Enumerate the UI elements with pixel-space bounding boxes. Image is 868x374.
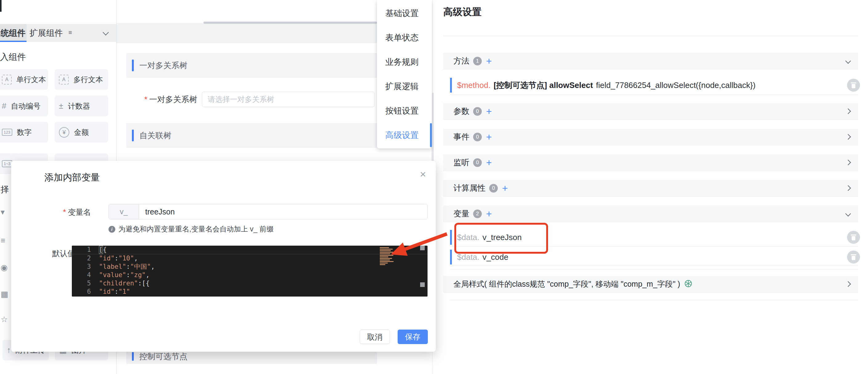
section-bar-watchers[interactable]: 监听 0 + xyxy=(443,154,858,171)
palette-item-counter[interactable]: ± 计数器 xyxy=(55,96,108,116)
info-icon: i xyxy=(108,226,115,233)
add-variable-button[interactable]: + xyxy=(486,209,492,218)
variable-row-vcode[interactable]: $data. v_code xyxy=(450,249,858,266)
panel-title: 高级设置 xyxy=(443,5,482,19)
field-label: *一对多关系树 xyxy=(132,94,197,105)
variable-hint: i 为避免和内置变量重名,变量名会自动加上 v_ 前缀 xyxy=(108,224,273,234)
editor-scroll-handle-bottom[interactable] xyxy=(420,282,425,287)
section-bar-events[interactable]: 事件 0 + xyxy=(443,129,858,145)
tab-system-components[interactable]: 统组件 xyxy=(1,24,26,42)
palette-item-label: 金额 xyxy=(74,127,89,137)
code-lines: 1[{2"id":"10",3"label":"中国",4"value":"zg… xyxy=(72,246,428,296)
toggle-icon: ◉ xyxy=(1,263,8,272)
range-icon: 1~3 xyxy=(2,160,12,167)
hint-text: 为避免和内置变量重名,变量名会自动加上 v_ 前缀 xyxy=(118,224,273,234)
method-row[interactable]: $method. [控制可选节点] allowSelect field_7786… xyxy=(450,76,858,95)
menu-item-button-settings[interactable]: 按钮设置 xyxy=(377,99,432,123)
menu-item-advanced-settings[interactable]: 高级设置 xyxy=(377,123,432,147)
row-accent-bar xyxy=(450,230,452,245)
count-badge: 0 xyxy=(473,158,482,167)
chevron-right-icon[interactable] xyxy=(845,160,851,165)
variable-name-label-text: 变量名 xyxy=(68,208,91,216)
delete-variable-button[interactable] xyxy=(847,231,860,244)
palette-item-number[interactable]: 123 数字 xyxy=(0,122,48,143)
form-designer-app: 统组件 扩展组件 ≡ 输入组件 A 单行文本 A 多行文本 # 自动编号 ± 计… xyxy=(0,0,868,374)
chevron-right-icon[interactable] xyxy=(845,108,851,114)
chevron-down-icon[interactable] xyxy=(103,29,109,35)
horizontal-scrollbar[interactable] xyxy=(204,22,377,24)
chevron-right-icon[interactable] xyxy=(845,134,851,140)
hash-icon: # xyxy=(2,101,6,111)
palette-item-label: 多行文本 xyxy=(73,75,103,85)
section-bar-variables[interactable]: 变量 2 + xyxy=(443,205,858,222)
select-item-label-fragment: 择 xyxy=(1,184,9,195)
json-code-editor[interactable]: 1[{2"id":"10",3"label":"中国",4"value":"zg… xyxy=(72,246,428,296)
count-badge: 0 xyxy=(473,133,482,141)
palette-item-label: 数字 xyxy=(17,127,32,137)
palette-item-auto-number[interactable]: # 自动编号 xyxy=(0,96,48,116)
section-title: 一对多关系树 xyxy=(139,60,187,71)
section-bar-computed[interactable]: 计算属性 0 + xyxy=(443,180,858,197)
global-style-label: 全局样式( 组件的class规范 "comp_字段", 移动端 "comp_m_… xyxy=(454,279,680,289)
section-label: 监听 xyxy=(454,157,469,168)
settings-menu: 基础设置 表单状态 业务规则 扩展逻辑 按钮设置 高级设置 xyxy=(377,0,432,148)
menu-item-form-status[interactable]: 表单状态 xyxy=(377,26,432,50)
section-title: 控制可选节点 xyxy=(139,351,187,362)
list-view-icon[interactable]: ≡ xyxy=(68,29,72,36)
variable-name: v_code xyxy=(483,252,508,262)
section-label: 计算属性 xyxy=(454,183,486,194)
section-bar-methods[interactable]: 方法 1 + xyxy=(443,53,858,69)
advanced-settings-panel: 高级设置 方法 1 + $method. [控制可选节点] allowSelec… xyxy=(432,0,868,374)
star-icon: ☆ xyxy=(1,315,8,324)
section-label: 变量 xyxy=(454,208,469,219)
divider xyxy=(443,36,858,36)
variable-row-treejson[interactable]: $data. v_treeJson xyxy=(450,228,858,247)
section-bar-global-style[interactable]: 全局样式( 组件的class规范 "comp_字段", 移动端 "comp_m_… xyxy=(443,276,858,292)
multi-line-text-icon: A xyxy=(59,75,69,85)
palette-item-single-text[interactable]: A 单行文本 xyxy=(0,69,48,90)
add-internal-variable-modal: × 添加内部变量 *变量名 v_ i 为避免和内置变量重名,变量名会自动加上 v… xyxy=(11,161,436,352)
tree-select-input[interactable] xyxy=(202,92,374,107)
palette-item-label: 计数器 xyxy=(68,101,90,111)
variable-name-label: *变量名 xyxy=(63,207,91,217)
palette-item-amount[interactable]: ¥ 金额 xyxy=(55,122,108,143)
chevron-down-icon[interactable] xyxy=(845,58,851,63)
variable-name: v_treeJson xyxy=(483,233,522,242)
tab-extension-components[interactable]: 扩展组件 xyxy=(30,24,63,42)
section-title: 自关联树 xyxy=(139,130,172,141)
menu-item-basic-settings[interactable]: 基础设置 xyxy=(377,1,432,26)
delete-method-button[interactable] xyxy=(847,79,860,92)
add-event-button[interactable]: + xyxy=(486,133,492,141)
variable-name-input-group: v_ xyxy=(108,204,428,220)
section-label: 事件 xyxy=(454,132,469,142)
section-header-one-to-many-tree[interactable]: 一对多关系树 xyxy=(126,53,377,78)
add-watcher-button[interactable]: + xyxy=(486,158,492,167)
cancel-button[interactable]: 取消 xyxy=(360,329,390,344)
section-label: 参数 xyxy=(454,106,469,117)
delete-variable-button[interactable] xyxy=(847,251,860,263)
menu-item-business-rules[interactable]: 业务规则 xyxy=(377,50,432,75)
close-icon[interactable]: × xyxy=(420,169,426,179)
editor-minimap xyxy=(380,247,404,266)
section-header-self-relation-tree[interactable]: 自关联树 xyxy=(126,123,377,148)
section-accent-bar xyxy=(132,60,134,71)
data-prefix: $data. xyxy=(457,233,479,242)
top-left-notch xyxy=(0,0,2,12)
menu-item-extension-logic[interactable]: 扩展逻辑 xyxy=(377,75,432,99)
chevron-down-icon[interactable] xyxy=(845,211,851,216)
calendar-icon: ▦ xyxy=(1,289,8,299)
add-method-button[interactable]: + xyxy=(486,57,492,65)
add-param-button[interactable]: + xyxy=(486,107,492,116)
method-name: [控制可选节点] allowSelect xyxy=(494,80,593,91)
variable-name-input[interactable] xyxy=(139,204,427,219)
chevron-right-icon[interactable] xyxy=(845,281,851,287)
number-123-icon: 123 xyxy=(2,129,12,136)
row-accent-bar xyxy=(450,78,452,93)
add-computed-button[interactable]: + xyxy=(502,184,508,193)
chevron-right-icon[interactable] xyxy=(845,185,851,191)
palette-item-multi-text[interactable]: A 多行文本 xyxy=(55,69,108,90)
editor-scroll-handle-top[interactable] xyxy=(420,246,425,250)
section-bar-params[interactable]: 参数 0 + xyxy=(443,103,858,120)
save-button[interactable]: 保存 xyxy=(398,329,428,344)
palette-item-label: 自动编号 xyxy=(11,101,40,111)
